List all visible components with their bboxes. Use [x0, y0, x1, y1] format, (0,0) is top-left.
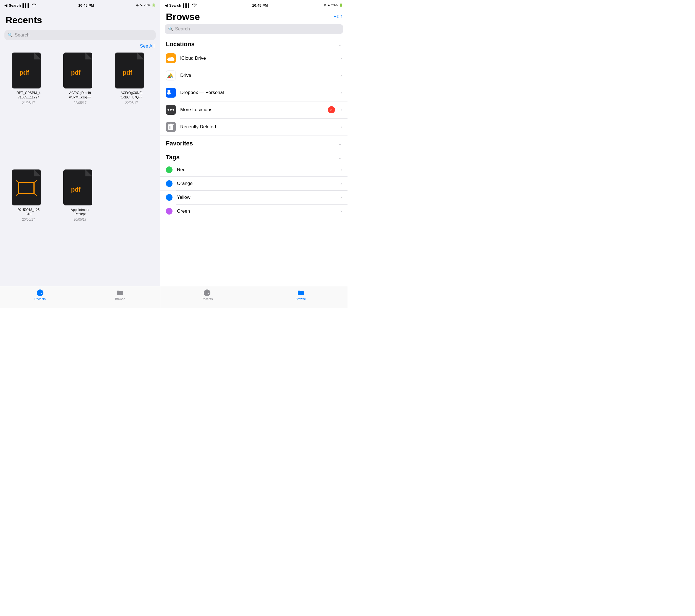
dropbox-icon-wrap — [166, 88, 176, 98]
tag-yellow-dot — [166, 194, 172, 201]
edit-button[interactable]: Edit — [334, 12, 342, 20]
tab-browse-left-label: Browse — [115, 297, 125, 301]
right-header: Browse Edit — [160, 11, 348, 24]
dropbox-item[interactable]: Dropbox — Personal › — [160, 84, 348, 101]
browse-title: Browse — [166, 12, 200, 22]
tab-browse-right[interactable]: Browse — [254, 289, 348, 301]
tag-red-dot — [166, 166, 172, 173]
location-icon-right: ⊕ — [323, 3, 326, 7]
favorites-section-header: Favorites ⌄ — [160, 135, 348, 149]
right-status-left: ◀ Search ▌▌▌ — [165, 3, 197, 7]
locations-section-header: Locations ⌄ — [160, 36, 348, 50]
chevron-right-icon-dropbox: › — [341, 90, 342, 95]
svg-point-37 — [170, 109, 172, 111]
frame-icon — [9, 168, 48, 207]
file-date: 21/06/17 — [22, 101, 35, 105]
file-item[interactable]: pdf ACFrOgDmcI9wuPM...cUg== 22/05/17 — [56, 51, 104, 165]
right-panel: ◀ Search ▌▌▌ 10:45 PM ⊕ ➤ 23% 🔋 Browse E… — [160, 0, 348, 308]
file-date: 20/05/17 — [22, 218, 35, 221]
file-name: ACFrOgC0NEttLcBC...L7Q== — [120, 91, 142, 100]
left-header: Recents — [0, 11, 160, 27]
icloud-drive-label: iCloud Drive — [180, 55, 336, 61]
right-time: 10:45 PM — [252, 3, 268, 7]
tag-red-label: Red — [177, 167, 336, 172]
drive-item[interactable]: Drive › — [160, 67, 348, 84]
tab-browse-right-label: Browse — [295, 297, 306, 301]
icloud-icon-wrap — [166, 53, 176, 63]
file-item[interactable]: 20150918_125318 20/05/17 — [4, 168, 52, 281]
tag-orange-item[interactable]: Orange › — [160, 177, 348, 190]
trash-icon — [168, 123, 174, 131]
tab-recents-right-label: Recents — [202, 297, 213, 301]
tab-browse-left[interactable]: Browse — [80, 289, 160, 301]
pdf-icon-2: pdf — [61, 51, 99, 90]
svg-rect-25 — [168, 59, 174, 61]
back-arrow-icon: ◀ — [4, 3, 7, 7]
dropbox-icon — [167, 89, 175, 96]
more-locations-item[interactable]: More Locations 3 › — [160, 101, 348, 118]
wifi-icon-right — [192, 3, 197, 7]
tag-orange-dot — [166, 180, 172, 187]
tag-red-item[interactable]: Red › — [160, 163, 348, 177]
search-icon-right: 🔍 — [168, 27, 173, 32]
see-all-row: See All — [0, 44, 160, 51]
chevron-right-icon-trash: › — [341, 124, 342, 129]
tag-green-dot — [166, 208, 172, 215]
icloud-drive-item[interactable]: iCloud Drive › — [160, 50, 348, 67]
left-status-right: ⊕ ➤ 23% 🔋 — [136, 3, 156, 7]
battery-icon-right: 🔋 — [339, 3, 343, 7]
left-status-left: ◀ Search ▌▌▌ — [4, 3, 36, 7]
tab-recents-right[interactable]: Recents — [160, 289, 254, 301]
svg-marker-35 — [167, 92, 171, 95]
battery-icon: 🔋 — [152, 3, 156, 7]
more-locations-icon-wrap — [166, 105, 176, 115]
tag-orange-label: Orange — [177, 181, 336, 186]
right-search-bar[interactable]: 🔍 Search — [165, 24, 343, 34]
chevron-down-icon-tags: ⌄ — [338, 154, 342, 160]
file-name: 20150918_125318 — [17, 208, 39, 216]
file-item[interactable]: pdf ACFrOgC0NEttLcBC...L7Q== 22/05/17 — [107, 51, 156, 165]
svg-rect-41 — [170, 123, 172, 125]
arrow-icon-right: ➤ — [327, 3, 330, 7]
file-date: 22/05/17 — [73, 101, 86, 105]
svg-text:pdf: pdf — [71, 186, 81, 193]
chevron-right-icon-green: › — [341, 209, 342, 214]
location-icon: ⊕ — [136, 3, 139, 7]
svg-text:pdf: pdf — [71, 69, 81, 76]
see-all-button[interactable]: See All — [140, 44, 154, 49]
tag-yellow-label: Yellow — [177, 195, 336, 200]
arrow-icon: ➤ — [140, 3, 143, 7]
more-locations-icon — [167, 107, 175, 113]
chevron-right-icon-drive: › — [341, 73, 342, 78]
search-icon: 🔍 — [8, 33, 13, 38]
pdf-icon-3: pdf — [112, 51, 151, 90]
tags-title: Tags — [166, 154, 180, 161]
files-grid: pdf RPT_CPSPM_471865...11797 21/06/17 pd… — [0, 51, 160, 286]
file-item[interactable]: pdf AppointmentReciept 20/05/17 — [56, 168, 104, 281]
file-date: 20/05/17 — [73, 218, 86, 221]
left-panel: ◀ Search ▌▌▌ 10:45 PM ⊕ ➤ 23% 🔋 Recents … — [0, 0, 160, 308]
left-tab-bar: Recents Browse — [0, 286, 160, 308]
chevron-right-icon-yellow: › — [341, 195, 342, 200]
right-status-bar: ◀ Search ▌▌▌ 10:45 PM ⊕ ➤ 23% 🔋 — [160, 0, 348, 11]
tag-yellow-item[interactable]: Yellow › — [160, 191, 348, 204]
left-time: 10:45 PM — [78, 3, 94, 7]
browse-scroll: Locations ⌄ iCloud Drive › — [160, 36, 348, 286]
file-item[interactable]: pdf RPT_CPSPM_471865...11797 21/06/17 — [4, 51, 52, 165]
tag-green-item[interactable]: Green › — [160, 204, 348, 218]
tab-recents-left[interactable]: Recents — [0, 289, 80, 301]
pdf-icon-5: pdf — [61, 168, 99, 207]
signal-icon-right: ▌▌▌ — [183, 3, 190, 7]
folder-icon-left — [116, 289, 124, 297]
left-search-bar[interactable]: 🔍 Search — [4, 30, 156, 40]
more-locations-badge: 3 — [328, 106, 335, 113]
clock-icon-right — [203, 289, 211, 297]
wifi-icon — [32, 3, 36, 7]
locations-title: Locations — [166, 40, 194, 48]
chevron-right-icon-orange: › — [341, 181, 342, 186]
left-status-bar: ◀ Search ▌▌▌ 10:45 PM ⊕ ➤ 23% 🔋 — [0, 0, 160, 11]
back-arrow-icon-right: ◀ — [165, 3, 168, 7]
right-search-placeholder: Search — [175, 26, 190, 32]
recently-deleted-item[interactable]: Recently Deleted › — [160, 119, 348, 135]
dropbox-label: Dropbox — Personal — [180, 90, 336, 95]
